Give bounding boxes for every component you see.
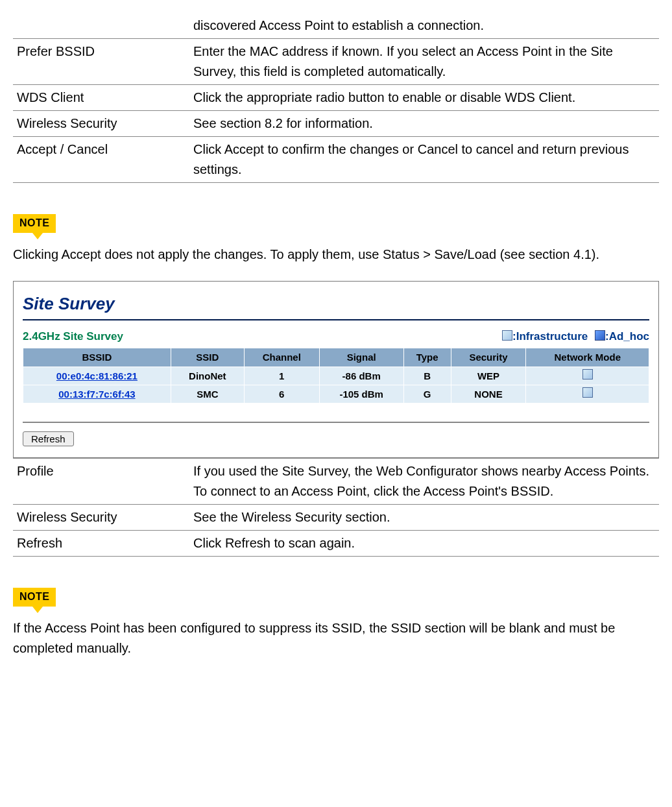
infrastructure-icon bbox=[582, 387, 593, 398]
site-survey-legend-row: 2.4GHz Site Survey :Infrastructure :Ad_h… bbox=[23, 328, 649, 345]
col-security: Security bbox=[451, 348, 526, 367]
note-text: Clicking Accept does not apply the chang… bbox=[13, 245, 659, 265]
bssid-link[interactable]: 00:13:f7:7c:6f:43 bbox=[23, 385, 171, 403]
divider bbox=[23, 422, 649, 423]
cell-signal: -86 dBm bbox=[319, 367, 403, 385]
def-term: Accept / Cancel bbox=[13, 137, 189, 183]
def-term: Wireless Security bbox=[13, 111, 189, 137]
site-survey-table: BSSID SSID Channel Signal Type Security … bbox=[23, 348, 649, 404]
cell-channel: 6 bbox=[244, 385, 319, 403]
def-term bbox=[13, 13, 189, 39]
def-desc: Click Refresh to scan again. bbox=[189, 531, 659, 557]
col-channel: Channel bbox=[244, 348, 319, 367]
note-icon: NOTE bbox=[13, 588, 56, 607]
def-desc: discovered Access Point to establish a c… bbox=[189, 13, 659, 39]
bssid-link[interactable]: 00:e0:4c:81:86:21 bbox=[23, 367, 171, 385]
note-text: If the Access Point has been configured … bbox=[13, 618, 659, 658]
cell-type: G bbox=[403, 385, 451, 403]
legend-right: :Infrastructure :Ad_hoc bbox=[498, 328, 649, 345]
definitions-table-1: discovered Access Point to establish a c… bbox=[13, 13, 659, 183]
cell-security: WEP bbox=[451, 367, 526, 385]
note-icon: NOTE bbox=[13, 214, 56, 233]
col-signal: Signal bbox=[319, 348, 403, 367]
cell-signal: -105 dBm bbox=[319, 385, 403, 403]
site-survey-title: Site Survey bbox=[23, 291, 649, 320]
def-term: Profile bbox=[13, 459, 189, 505]
note-pointer-icon bbox=[32, 607, 43, 613]
def-desc: Click Accept to confirm the changes or C… bbox=[189, 137, 659, 183]
adhoc-icon bbox=[595, 330, 605, 341]
note-badge-block: NOTE bbox=[13, 586, 56, 613]
col-ssid: SSID bbox=[171, 348, 244, 367]
def-term: Refresh bbox=[13, 531, 189, 557]
def-term: Wireless Security bbox=[13, 505, 189, 531]
cell-type: B bbox=[403, 367, 451, 385]
cell-channel: 1 bbox=[244, 367, 319, 385]
cell-ssid: DinoNet bbox=[171, 367, 244, 385]
legend-adhoc-label: :Ad_hoc bbox=[605, 330, 649, 343]
cell-ssid: SMC bbox=[171, 385, 244, 403]
table-header-row: BSSID SSID Channel Signal Type Security … bbox=[23, 348, 649, 367]
def-term: WDS Client bbox=[13, 85, 189, 111]
def-desc: See the Wireless Security section. bbox=[189, 505, 659, 531]
infrastructure-icon bbox=[582, 369, 593, 379]
infrastructure-icon bbox=[502, 330, 512, 341]
note-badge-block: NOTE bbox=[13, 212, 56, 239]
def-term: Prefer BSSID bbox=[13, 39, 189, 85]
col-bssid: BSSID bbox=[23, 348, 171, 367]
legend-infra-label: :Infrastructure bbox=[512, 330, 588, 343]
def-desc: Enter the MAC address if known. If you s… bbox=[189, 39, 659, 85]
cell-mode bbox=[526, 367, 649, 385]
cell-security: NONE bbox=[451, 385, 526, 403]
site-survey-subtitle: 2.4GHz Site Survey bbox=[23, 328, 123, 345]
site-survey-panel: Site Survey 2.4GHz Site Survey :Infrastr… bbox=[13, 281, 659, 458]
note-pointer-icon bbox=[32, 233, 43, 239]
cell-mode bbox=[526, 385, 649, 403]
table-row: 00:e0:4c:81:86:21 DinoNet 1 -86 dBm B WE… bbox=[23, 367, 649, 385]
col-mode: Network Mode bbox=[526, 348, 649, 367]
table-row: 00:13:f7:7c:6f:43 SMC 6 -105 dBm G NONE bbox=[23, 385, 649, 403]
refresh-button[interactable]: Refresh bbox=[23, 431, 74, 446]
def-desc: If you used the Site Survey, the Web Con… bbox=[189, 459, 659, 505]
def-desc: See section 8.2 for information. bbox=[189, 111, 659, 137]
definitions-table-2: Profile If you used the Site Survey, the… bbox=[13, 458, 659, 557]
col-type: Type bbox=[403, 348, 451, 367]
def-desc: Click the appropriate radio button to en… bbox=[189, 85, 659, 111]
